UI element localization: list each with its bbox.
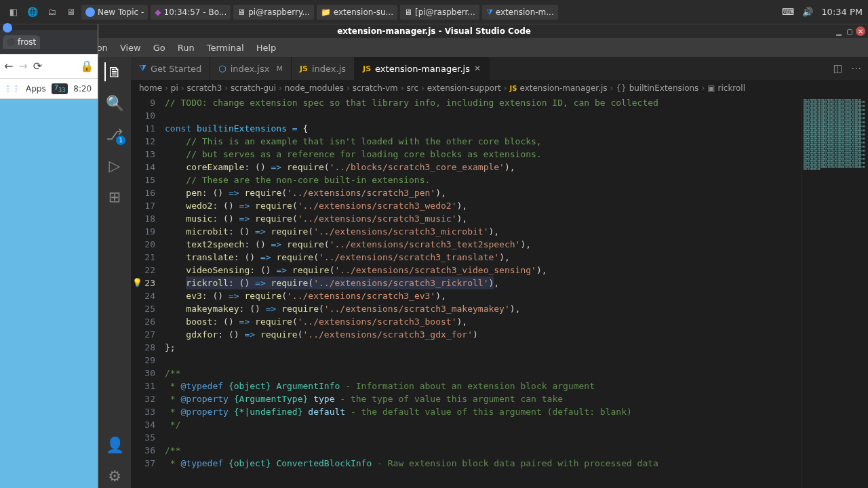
bookmark-extra[interactable]: 8:20 [73, 84, 92, 94]
browser-toolbar: ← → ⟳ 🔒 [0, 54, 98, 79]
activity-bar: 🗎 🔍 ⎇1 ▷ ⊞ 👤 ⚙ [98, 57, 131, 488]
window-maximize-icon[interactable]: ▢ [845, 26, 854, 36]
file-manager-icon[interactable]: 🗂 [43, 4, 60, 20]
taskbar-item[interactable]: 📁extension-su... [317, 5, 397, 20]
taskbar-item[interactable]: ⧩extension-m... [482, 5, 558, 20]
window-minimize-icon[interactable]: ▁ [834, 26, 844, 36]
editor-tabbar: ⧩Get Started⬡index.jsxMJSindex.jsJSexten… [131, 57, 868, 80]
chromium-logo-icon [3, 23, 12, 33]
menubar: FileEditSelectionViewGoRunTerminalHelp [0, 38, 868, 57]
close-icon[interactable]: ✕ [474, 64, 481, 73]
jsx-icon: ⬡ [218, 64, 226, 74]
taskbar-item[interactable]: 🖥pi@raspberry... [233, 5, 314, 20]
js-icon: JS [363, 64, 371, 73]
line-gutter: 91011121314151617181920212223💡2425262728… [131, 96, 165, 488]
editor-tab[interactable]: JSextension-manager.js✕ [355, 57, 490, 80]
editor-tab[interactable]: ⧩Get Started [131, 57, 210, 80]
lock-icon: 🔒 [80, 60, 94, 73]
window-title: extension-manager.js - Visual Studio Cod… [337, 26, 531, 36]
menu-run[interactable]: Run [172, 41, 200, 54]
activity-scm-icon[interactable]: ⎇1 [105, 125, 124, 144]
background-browser-window: frost ← → ⟳ 🔒 ⋮⋮ Apps 733 8:20 [0, 24, 98, 488]
activity-extensions-icon[interactable]: ⊞ [105, 187, 124, 206]
globe-icon[interactable]: 🌐 [24, 4, 41, 20]
tray-volume-icon[interactable]: 🔊 [802, 7, 813, 17]
code-editor[interactable]: 91011121314151617181920212223💡2425262728… [131, 96, 868, 488]
favicon-icon [7, 38, 15, 46]
breadcrumb[interactable]: home › pi › scratch3 › scratch-gui › nod… [131, 80, 868, 96]
taskbar-item[interactable]: 🖥[pi@raspberr... [400, 5, 479, 20]
vscode-icon: ⧩ [139, 63, 146, 74]
monitor-icon[interactable]: 🖥 [62, 4, 79, 20]
app-menu-icon[interactable]: ◧ [5, 4, 22, 20]
bookmarks-label[interactable]: Apps [26, 84, 46, 94]
tray-clock[interactable]: 10:34 PM [821, 7, 863, 17]
activity-explorer-icon[interactable]: 🗎 [104, 62, 123, 81]
back-icon[interactable]: ← [4, 60, 13, 73]
activity-account-icon[interactable]: 👤 [105, 435, 124, 454]
browser-tab[interactable]: frost [3, 35, 40, 49]
split-editor-icon[interactable]: ◫ [833, 62, 843, 75]
forward-icon[interactable]: → [18, 60, 27, 73]
taskbar-item[interactable]: New Topic - [81, 5, 148, 20]
window-titlebar: ⧩ extension-manager.js - Visual Studio C… [0, 24, 868, 38]
code-content[interactable]: // TODO: change extension spec so that l… [165, 96, 802, 488]
menu-go[interactable]: Go [148, 41, 171, 54]
editor-tab[interactable]: JSindex.js [292, 57, 355, 80]
reload-icon[interactable]: ⟳ [33, 60, 42, 73]
os-taskbar: ◧ 🌐 🗂 🖥 New Topic - ◆10:34:57 - Bo... 🖥p… [0, 0, 868, 24]
more-icon[interactable]: ⋯ [851, 62, 861, 75]
apps-icon[interactable]: ⋮⋮ [4, 84, 20, 94]
menu-terminal[interactable]: Terminal [201, 41, 250, 54]
menu-help[interactable]: Help [251, 41, 282, 54]
taskbar-item[interactable]: ◆10:34:57 - Bo... [151, 5, 231, 20]
editor-tab[interactable]: ⬡index.jsxM [210, 57, 292, 80]
js-icon: JS [300, 64, 308, 73]
activity-search-icon[interactable]: 🔍 [105, 94, 124, 113]
minimap[interactable]: ████ ██ ████████ ███ ████ ██ ████████ ██… [802, 96, 868, 488]
activity-debug-icon[interactable]: ▷ [105, 156, 124, 175]
window-close-icon[interactable]: ✕ [856, 26, 865, 36]
menu-view[interactable]: View [115, 41, 146, 54]
tray-keyboard-icon[interactable]: ⌨ [782, 7, 795, 17]
lightbulb-icon[interactable]: 💡 [132, 277, 142, 289]
activity-settings-icon[interactable]: ⚙ [105, 466, 124, 485]
